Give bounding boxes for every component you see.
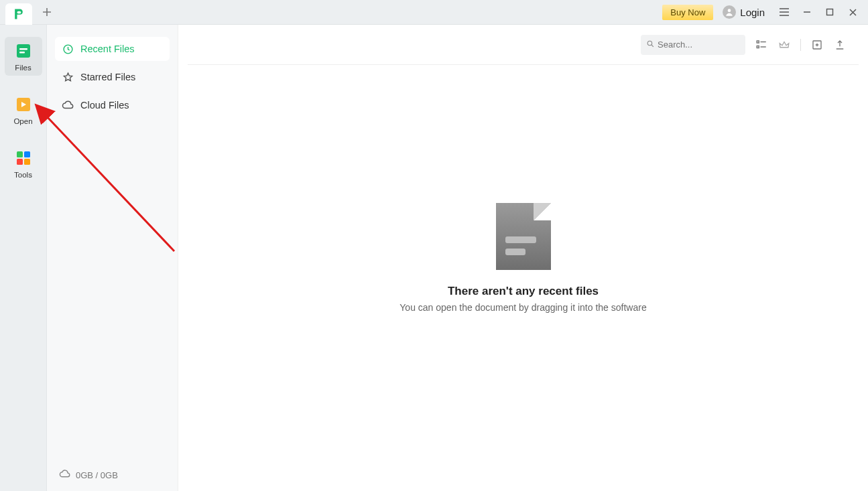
sidebar-label-cloud: Cloud Files <box>80 100 129 111</box>
app-logo-icon <box>12 7 25 21</box>
open-icon <box>13 94 34 115</box>
tools-icon <box>13 148 34 168</box>
minimize-icon[interactable] <box>797 3 817 21</box>
titlebar: Buy Now Login <box>0 0 868 25</box>
empty-title: There aren't any recent files <box>448 285 599 298</box>
svg-rect-9 <box>17 159 23 165</box>
close-icon[interactable] <box>843 3 863 21</box>
cloud-icon <box>62 99 74 111</box>
titlebar-right: Buy Now Login <box>662 3 868 21</box>
sidebar-label-starred: Starred Files <box>80 72 135 82</box>
rail-item-tools[interactable]: Tools <box>5 144 42 183</box>
files-icon <box>13 41 34 61</box>
empty-state: There aren't any recent files You can op… <box>178 45 868 471</box>
sidebar-item-recent[interactable]: Recent Files <box>55 37 170 61</box>
sidebar: Recent Files Starred Files Cloud Files 0… <box>47 25 178 491</box>
storage-indicator: 0GB / 0GB <box>55 459 170 491</box>
sidebar-item-cloud[interactable]: Cloud Files <box>55 93 170 117</box>
main-area: Files Open Tools Recent Files Star <box>0 25 868 491</box>
sidebar-item-starred[interactable]: Starred Files <box>55 65 170 89</box>
rail-item-open[interactable]: Open <box>5 90 42 129</box>
login-label: Login <box>740 7 765 18</box>
star-icon <box>62 71 74 83</box>
clock-icon <box>62 43 74 55</box>
cloud-small-icon <box>59 468 70 482</box>
svg-rect-4 <box>19 48 27 50</box>
svg-rect-3 <box>17 44 30 58</box>
avatar-icon <box>723 5 736 19</box>
empty-document-icon <box>496 203 551 270</box>
buy-now-button[interactable]: Buy Now <box>662 5 713 20</box>
maximize-icon[interactable] <box>820 3 840 21</box>
content-area: There aren't any recent files You can op… <box>178 25 868 491</box>
sidebar-label-recent: Recent Files <box>80 44 135 54</box>
empty-subtitle: You can open the document by dragging it… <box>399 302 646 313</box>
svg-rect-5 <box>19 52 25 54</box>
login-button[interactable]: Login <box>723 5 765 19</box>
hamburger-menu-icon[interactable] <box>774 3 794 21</box>
svg-rect-7 <box>17 151 23 157</box>
titlebar-left <box>0 0 56 24</box>
svg-rect-2 <box>827 9 833 15</box>
svg-rect-8 <box>24 151 30 157</box>
svg-rect-13 <box>757 41 759 43</box>
rail-label-files: Files <box>15 64 31 72</box>
storage-text: 0GB / 0GB <box>76 470 118 480</box>
app-tab[interactable] <box>5 3 32 25</box>
new-tab-button[interactable] <box>38 3 56 21</box>
rail-label-open: Open <box>13 117 32 125</box>
svg-point-1 <box>728 9 731 12</box>
rail-item-files[interactable]: Files <box>5 37 42 76</box>
svg-rect-10 <box>24 159 30 165</box>
left-rail: Files Open Tools <box>0 25 47 491</box>
rail-label-tools: Tools <box>14 171 32 179</box>
svg-rect-0 <box>17 11 21 13</box>
